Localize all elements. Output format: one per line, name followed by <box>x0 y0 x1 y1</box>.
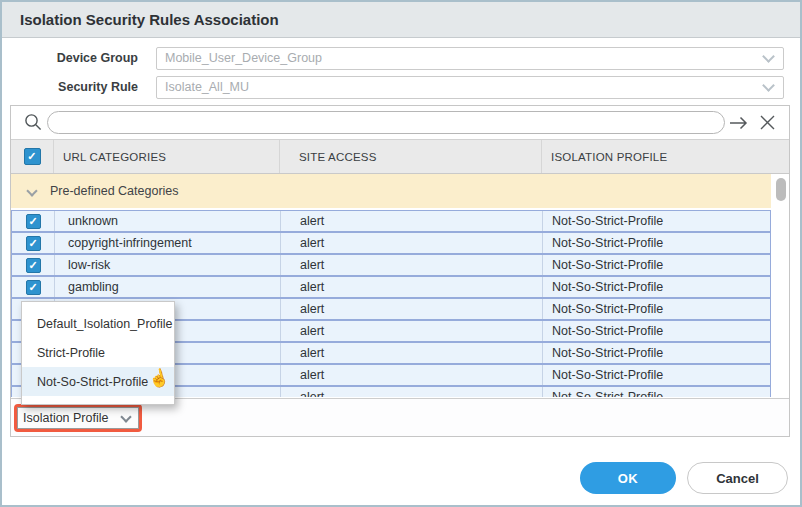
ok-button[interactable]: OK <box>580 462 676 494</box>
cell-isolation-profile[interactable]: Not-So-Strict-Profile <box>542 233 770 253</box>
row-checkbox[interactable] <box>26 258 41 273</box>
cell-site-access: alert <box>280 365 542 385</box>
highlight-callout-border: Isolation Profile <box>14 404 142 432</box>
security-rule-select[interactable]: Isolate_All_MU <box>156 76 784 99</box>
cell-isolation-profile[interactable]: Not-So-Strict-Profile <box>542 255 770 275</box>
column-header-site-access[interactable]: SITE ACCESS <box>279 140 541 173</box>
isolation-rules-dialog: Isolation Security Rules Association Dev… <box>0 0 802 507</box>
chevron-down-icon <box>121 411 132 422</box>
device-group-label: Device Group <box>2 51 148 65</box>
menu-item-default-isolation-profile[interactable]: Default_Isolation_Profile <box>22 309 174 338</box>
column-picker-label: Isolation Profile <box>23 411 108 425</box>
cell-site-access: alert <box>280 387 542 397</box>
column-header-url-categories[interactable]: URL CATEGORIES <box>53 140 279 173</box>
cell-url-category: unknown <box>54 211 280 231</box>
row-checkbox[interactable] <box>26 280 41 295</box>
table-row[interactable]: unknown alert Not-So-Strict-Profile <box>11 210 771 232</box>
group-row-predefined-categories[interactable]: Pre-defined Categories <box>11 174 771 208</box>
table-row[interactable]: low-risk alert Not-So-Strict-Profile <box>11 254 771 276</box>
isolation-profile-column-picker[interactable]: Isolation Profile <box>17 407 139 429</box>
device-group-select[interactable]: Mobile_User_Device_Group <box>156 47 784 70</box>
cell-site-access: alert <box>280 321 542 341</box>
row-checkbox[interactable] <box>26 214 41 229</box>
search-icon <box>19 113 47 132</box>
select-all-checkbox[interactable] <box>24 148 41 165</box>
column-header-isolation-profile[interactable]: ISOLATION PROFILE <box>541 140 789 173</box>
chevron-down-icon <box>762 50 775 63</box>
cell-site-access: alert <box>280 255 542 275</box>
row-checkbox[interactable] <box>26 236 41 251</box>
search-input[interactable] <box>47 111 725 134</box>
clear-filter-icon[interactable] <box>753 114 781 131</box>
cell-isolation-profile[interactable]: Not-So-Strict-Profile <box>542 387 770 397</box>
cell-site-access: alert <box>280 211 542 231</box>
table-header-row: URL CATEGORIES SITE ACCESS ISOLATION PRO… <box>11 140 789 174</box>
security-rule-value: Isolate_All_MU <box>165 80 249 94</box>
apply-filter-arrow-icon[interactable] <box>725 115 753 131</box>
vertical-scrollbar-thumb[interactable] <box>776 178 786 201</box>
cell-isolation-profile[interactable]: Not-So-Strict-Profile <box>542 277 770 297</box>
search-bar <box>11 106 789 140</box>
cell-url-category: gambling <box>54 277 280 297</box>
cell-isolation-profile[interactable]: Not-So-Strict-Profile <box>542 211 770 231</box>
cell-isolation-profile[interactable]: Not-So-Strict-Profile <box>542 299 770 319</box>
cell-site-access: alert <box>280 277 542 297</box>
cell-site-access: alert <box>280 343 542 363</box>
cell-isolation-profile[interactable]: Not-So-Strict-Profile <box>542 343 770 363</box>
device-group-value: Mobile_User_Device_Group <box>165 51 322 65</box>
group-row-label: Pre-defined Categories <box>50 184 179 198</box>
cell-url-category: copyright-infringement <box>54 233 280 253</box>
dialog-title: Isolation Security Rules Association <box>20 11 279 28</box>
dialog-title-bar: Isolation Security Rules Association <box>2 2 800 38</box>
chevron-down-icon <box>762 79 775 92</box>
cell-site-access: alert <box>280 233 542 253</box>
security-rule-label: Security Rule <box>2 80 148 94</box>
isolation-profile-dropdown-menu: Default_Isolation_Profile Strict-Profile… <box>21 301 175 405</box>
menu-item-strict-profile[interactable]: Strict-Profile <box>22 338 174 367</box>
cell-isolation-profile[interactable]: Not-So-Strict-Profile <box>542 365 770 385</box>
device-group-row: Device Group Mobile_User_Device_Group <box>2 46 800 70</box>
collapse-chevron-icon[interactable] <box>26 185 37 196</box>
cell-url-category: low-risk <box>54 255 280 275</box>
cell-isolation-profile[interactable]: Not-So-Strict-Profile <box>542 321 770 341</box>
cell-site-access: alert <box>280 299 542 319</box>
security-rule-row: Security Rule Isolate_All_MU <box>2 75 800 99</box>
cancel-button[interactable]: Cancel <box>687 462 788 494</box>
table-row[interactable]: gambling alert Not-So-Strict-Profile <box>11 276 771 298</box>
table-row[interactable]: copyright-infringement alert Not-So-Stri… <box>11 232 771 254</box>
